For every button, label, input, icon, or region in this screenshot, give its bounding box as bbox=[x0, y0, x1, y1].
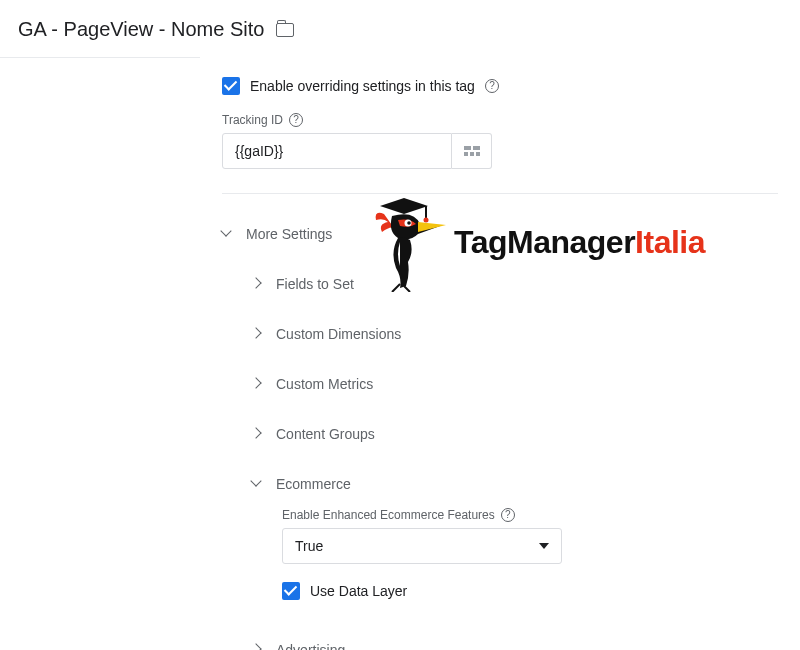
variable-picker-button[interactable] bbox=[452, 133, 492, 169]
chevron-right-icon bbox=[252, 645, 262, 650]
fields-to-set-label: Fields to Set bbox=[276, 276, 354, 292]
chevron-down-icon bbox=[222, 229, 232, 239]
page-title: GA - PageView - Nome Sito bbox=[18, 18, 264, 41]
custom-dimensions-toggle[interactable]: Custom Dimensions bbox=[222, 316, 778, 352]
advertising-toggle[interactable]: Advertising bbox=[222, 632, 778, 650]
content-groups-toggle[interactable]: Content Groups bbox=[222, 416, 778, 452]
left-spacer bbox=[0, 57, 200, 650]
tracking-id-input[interactable] bbox=[222, 133, 452, 169]
settings-panel: Enable overriding settings in this tag ?… bbox=[200, 57, 800, 650]
override-checkbox[interactable] bbox=[222, 77, 240, 95]
advertising-label: Advertising bbox=[276, 642, 345, 650]
custom-metrics-toggle[interactable]: Custom Metrics bbox=[222, 366, 778, 402]
help-icon[interactable]: ? bbox=[501, 508, 515, 522]
enhanced-ecommerce-value: True bbox=[295, 538, 323, 554]
caret-down-icon bbox=[539, 543, 549, 549]
custom-dimensions-label: Custom Dimensions bbox=[276, 326, 401, 342]
divider bbox=[222, 193, 778, 194]
chevron-right-icon bbox=[252, 279, 262, 289]
tracking-id-label: Tracking ID bbox=[222, 113, 283, 127]
override-label: Enable overriding settings in this tag bbox=[250, 78, 475, 94]
chevron-right-icon bbox=[252, 329, 262, 339]
header: GA - PageView - Nome Sito bbox=[0, 0, 800, 57]
enhanced-ecommerce-label-row: Enable Enhanced Ecommerce Features ? bbox=[282, 508, 778, 522]
help-icon[interactable]: ? bbox=[485, 79, 499, 93]
tracking-id-input-group bbox=[222, 133, 778, 169]
more-settings-label: More Settings bbox=[246, 226, 332, 242]
content-groups-label: Content Groups bbox=[276, 426, 375, 442]
use-data-layer-label: Use Data Layer bbox=[310, 583, 407, 599]
enhanced-ecommerce-label: Enable Enhanced Ecommerce Features bbox=[282, 508, 495, 522]
variable-icon bbox=[464, 146, 480, 156]
use-data-layer-row: Use Data Layer bbox=[282, 582, 778, 600]
content-wrapper: Enable overriding settings in this tag ?… bbox=[0, 57, 800, 650]
override-setting-row: Enable overriding settings in this tag ? bbox=[222, 77, 778, 95]
enhanced-ecommerce-select[interactable]: True bbox=[282, 528, 562, 564]
use-data-layer-checkbox[interactable] bbox=[282, 582, 300, 600]
svg-rect-1 bbox=[400, 206, 408, 212]
more-settings-toggle[interactable]: More Settings bbox=[222, 216, 778, 252]
custom-metrics-label: Custom Metrics bbox=[276, 376, 373, 392]
chevron-right-icon bbox=[252, 429, 262, 439]
ecommerce-body: Enable Enhanced Ecommerce Features ? Tru… bbox=[222, 508, 778, 600]
help-icon[interactable]: ? bbox=[289, 113, 303, 127]
chevron-right-icon bbox=[252, 379, 262, 389]
folder-icon[interactable] bbox=[276, 23, 294, 37]
ecommerce-label: Ecommerce bbox=[276, 476, 351, 492]
ecommerce-toggle[interactable]: Ecommerce bbox=[222, 466, 778, 502]
svg-marker-0 bbox=[380, 198, 428, 214]
fields-to-set-toggle[interactable]: Fields to Set bbox=[222, 266, 778, 302]
chevron-down-icon bbox=[252, 479, 262, 489]
tracking-id-label-row: Tracking ID ? bbox=[222, 113, 778, 127]
